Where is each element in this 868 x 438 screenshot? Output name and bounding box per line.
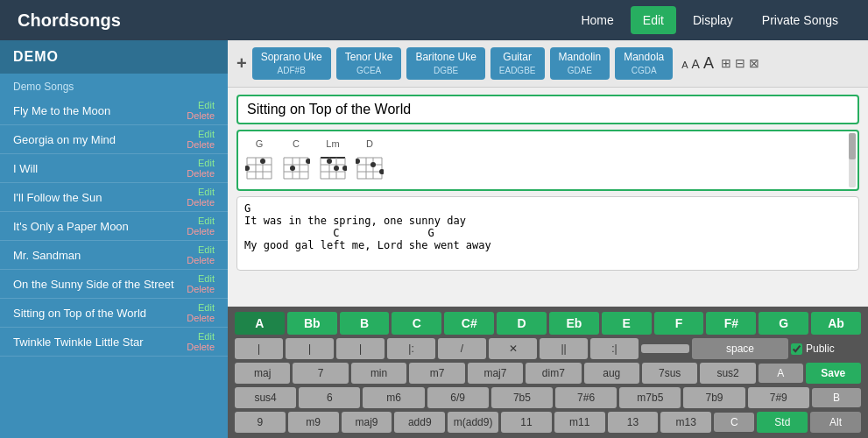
letter-b-key[interactable]: B [812, 388, 861, 407]
alt-button[interactable]: Alt [810, 412, 861, 433]
nav-display[interactable]: Display [681, 6, 745, 34]
delete-link[interactable]: Delete [187, 139, 215, 150]
public-checkbox[interactable] [791, 343, 802, 355]
mandolin-button[interactable]: Mandolin GDAE [550, 47, 610, 80]
m13-key[interactable]: m13 [660, 412, 711, 433]
font-large-button[interactable]: A [703, 54, 714, 73]
6-9-key[interactable]: 6/9 [427, 387, 489, 408]
song-actions: Edit Delete [187, 158, 215, 179]
std-button[interactable]: Std [757, 412, 808, 433]
public-label: Public [806, 343, 835, 355]
end-bar-key[interactable]: :| [590, 338, 639, 359]
note-fs-button[interactable]: F# [706, 312, 756, 335]
add9-key[interactable]: add9 [394, 412, 445, 433]
m9-key[interactable]: m9 [288, 412, 339, 433]
11-key[interactable]: 11 [501, 412, 552, 433]
delete-link[interactable]: Delete [187, 284, 215, 294]
lyrics-textarea[interactable]: G It was in the spring, one sunny day C … [236, 196, 859, 271]
delete-link[interactable]: Delete [187, 313, 215, 323]
note-f-button[interactable]: F [654, 312, 704, 335]
delete-link[interactable]: Delete [187, 110, 215, 121]
x-key[interactable]: ✕ [489, 338, 537, 359]
song-title-input[interactable] [236, 95, 859, 124]
letter-c-key[interactable]: C [714, 413, 754, 432]
delete-link[interactable]: Delete [187, 255, 215, 265]
13-key[interactable]: 13 [608, 412, 659, 433]
modifier-row3: 9 m9 maj9 add9 m(add9) 11 m11 13 m13 C S… [235, 412, 861, 433]
slash-key[interactable]: / [438, 338, 486, 359]
note-d-button[interactable]: D [497, 312, 547, 335]
bar4-key[interactable]: |: [387, 338, 435, 359]
7s6-key[interactable]: 7#6 [555, 387, 617, 408]
edit-link[interactable]: Edit [198, 187, 215, 197]
m6-key[interactable]: m6 [363, 387, 424, 408]
edit-link[interactable]: Edit [198, 331, 215, 342]
svg-point-40 [370, 162, 376, 167]
madd9-key[interactable]: m(add9) [448, 412, 498, 433]
note-b-button[interactable]: B [340, 312, 390, 335]
7s9-key[interactable]: 7#9 [748, 387, 809, 408]
delete-link[interactable]: Delete [187, 226, 215, 237]
m7b5-key[interactable]: m7b5 [619, 387, 681, 408]
7sus-key[interactable]: 7sus [642, 363, 697, 384]
m7-key[interactable]: m7 [409, 363, 464, 384]
double-bar-key[interactable]: || [540, 338, 588, 359]
dim7-key[interactable]: dim7 [526, 363, 581, 384]
space-key[interactable]: space [692, 338, 788, 359]
sus4-key[interactable]: sus4 [235, 387, 296, 408]
maj9-key[interactable]: maj9 [342, 412, 392, 433]
nav-edit[interactable]: Edit [631, 6, 676, 34]
note-ab-button[interactable]: Ab [811, 312, 861, 335]
9-key[interactable]: 9 [235, 412, 286, 433]
tenor-uke-button[interactable]: Tenor Uke GCEA [336, 47, 402, 80]
7-key[interactable]: 7 [293, 363, 348, 384]
main: + Soprano Uke ADF#B Tenor Uke GCEA Barit… [228, 40, 868, 438]
section-label: Demo Songs [0, 74, 228, 96]
note-e-button[interactable]: E [602, 312, 652, 335]
soprano-uke-button[interactable]: Soprano Uke ADF#B [252, 47, 331, 80]
6-key[interactable]: 6 [299, 387, 360, 408]
grid-small-icon[interactable]: ⊞ [721, 56, 731, 70]
grid-large-icon[interactable]: ⊠ [749, 56, 759, 70]
note-cs-button[interactable]: C# [444, 312, 494, 335]
scrollbar[interactable] [849, 133, 856, 187]
edit-link[interactable]: Edit [198, 244, 215, 255]
guitar-button[interactable]: Guitar EADGBE [490, 47, 545, 80]
7b5-key[interactable]: 7b5 [491, 387, 553, 408]
bar2-key[interactable]: | [286, 338, 334, 359]
nav-private-songs[interactable]: Private Songs [750, 6, 850, 34]
delete-link[interactable]: Delete [187, 168, 215, 179]
7b9-key[interactable]: 7b9 [683, 387, 745, 408]
add-button[interactable]: + [236, 53, 247, 74]
delete-link[interactable]: Delete [187, 342, 215, 352]
edit-link[interactable]: Edit [198, 302, 215, 313]
delete-link[interactable]: Delete [187, 197, 215, 208]
min-key[interactable]: min [351, 363, 406, 384]
note-a-button[interactable]: A [235, 312, 285, 335]
maj-key[interactable]: maj [235, 363, 290, 384]
font-medium-button[interactable]: A [692, 57, 700, 71]
note-eb-button[interactable]: Eb [549, 312, 599, 335]
baritone-uke-button[interactable]: Baritone Uke DGBE [406, 47, 484, 80]
sus2-key[interactable]: sus2 [700, 363, 755, 384]
edit-link[interactable]: Edit [198, 158, 215, 168]
edit-link[interactable]: Edit [198, 100, 215, 110]
aug-key[interactable]: aug [584, 363, 639, 384]
font-small-button[interactable]: A [681, 60, 688, 70]
mandola-button[interactable]: Mandola CGDA [615, 47, 673, 80]
m11-key[interactable]: m11 [554, 412, 605, 433]
letter-a-key[interactable]: A [759, 364, 803, 383]
note-c-button[interactable]: C [392, 312, 441, 335]
nav-home[interactable]: Home [568, 6, 625, 34]
bar1-key[interactable]: | [235, 338, 283, 359]
grid-medium-icon[interactable]: ⊟ [735, 56, 745, 70]
bar3-key[interactable]: | [336, 338, 385, 359]
edit-link[interactable]: Edit [198, 129, 215, 139]
save-button[interactable]: Save [806, 363, 861, 384]
note-g-button[interactable]: G [759, 312, 808, 335]
note-bb-button[interactable]: Bb [287, 312, 337, 335]
edit-link[interactable]: Edit [198, 273, 215, 284]
edit-link[interactable]: Edit [198, 215, 215, 226]
maj7-key[interactable]: maj7 [468, 363, 523, 384]
empty-key[interactable] [641, 344, 689, 353]
